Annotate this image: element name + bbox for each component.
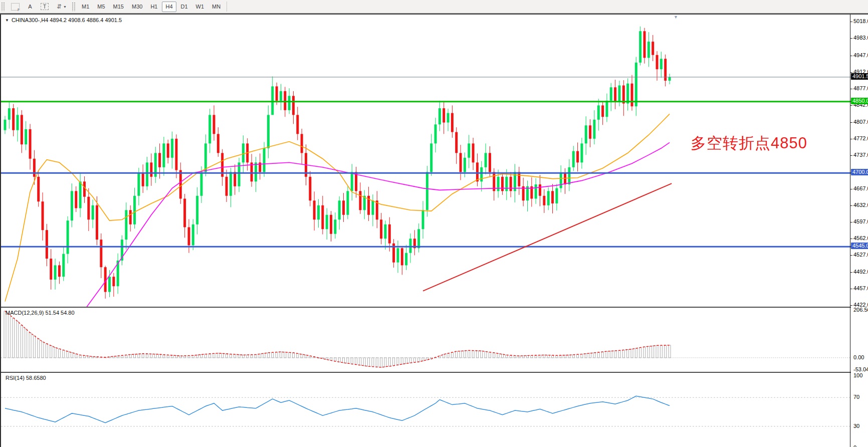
price-tick-mark	[850, 255, 852, 256]
price-tick-label: 4632.0	[853, 202, 868, 208]
toolbar: F A T ⇵ ▼ M1M5M15M30H1H4D1W1MN	[0, 0, 868, 14]
price-tick-label: 4947.0	[853, 52, 868, 58]
candles	[4, 27, 671, 299]
price-tick-mark	[850, 105, 852, 106]
timeframe-button-M1[interactable]: M1	[78, 2, 93, 12]
rsi-line	[5, 396, 670, 422]
timeframe-buttons: M1M5M15M30H1H4D1W1MN	[78, 2, 225, 12]
cursor-arrows-icon: ⇵	[57, 3, 62, 10]
price-tick-label: 4457.0	[853, 285, 868, 291]
timeframe-button-H1[interactable]: H1	[147, 2, 161, 12]
timeframe-button-M30[interactable]: M30	[128, 2, 146, 12]
price-tick-mark	[850, 189, 852, 189]
timeframe-button-MN[interactable]: MN	[208, 2, 224, 12]
text-box-button[interactable]: T	[37, 2, 52, 12]
chart-plot-area[interactable]: ▼ CHINA300-,H4 4894.2 4908.6 4886.4 4901…	[0, 15, 850, 447]
toolbar-separator	[227, 2, 227, 12]
rsi-axis-label: 100	[853, 372, 862, 378]
chart-title-caret-icon: ▼	[5, 18, 9, 23]
price-tick-label: 4877.0	[853, 85, 868, 91]
arrow-objects-button[interactable]: ⇵ ▼	[53, 2, 70, 12]
rsi-axis-label: 0	[853, 444, 856, 447]
price-tick-mark	[850, 155, 852, 156]
macd-histogram	[4, 311, 671, 367]
chevron-down-icon: ▼	[63, 5, 67, 9]
price-tick-mark	[850, 305, 852, 306]
price-badge-4545.0: 4545.0	[851, 243, 868, 249]
price-tick-label: 4772.0	[853, 135, 868, 141]
timeframe-button-D1[interactable]: D1	[177, 2, 191, 12]
timeframe-button-W1[interactable]: W1	[192, 2, 208, 12]
price-badge-4901.5: 4901.5	[851, 73, 868, 80]
macd-axis-label: -53.04	[853, 366, 868, 372]
macd-signal-line	[5, 311, 670, 367]
price-tick-label: 5018.0	[853, 18, 868, 24]
price-tick-mark	[850, 72, 852, 73]
price-tick-label: 4562.0	[853, 235, 868, 241]
main-price-chart[interactable]	[1, 15, 851, 307]
rsi-label: RSI(14) 58.6580	[6, 375, 46, 381]
price-tick-mark	[850, 22, 852, 22]
macd-axis-label: 206.56	[853, 307, 868, 313]
macd-label: MACD(12,26,9) 51.54 54.80	[6, 310, 75, 316]
macd-indicator-panel[interactable]	[1, 308, 851, 372]
price-tick-label: 4492.0	[853, 269, 868, 275]
price-tick-mark	[850, 239, 852, 239]
price-tick-mark	[850, 56, 852, 56]
chart-title-text: CHINA300-,H4 4894.2 4908.6 4886.4 4901.5	[12, 17, 122, 23]
macd-axis-label: 0.00	[853, 354, 864, 360]
chart-title: ▼ CHINA300-,H4 4894.2 4908.6 4886.4 4901…	[5, 17, 122, 23]
price-tick-mark	[850, 272, 852, 273]
text-label-button[interactable]: A	[24, 2, 36, 12]
price-axis[interactable]: 5018.04983.04947.04912.04877.04842.04807…	[850, 15, 868, 447]
rsi-indicator-panel[interactable]	[1, 373, 851, 447]
price-tick-mark	[850, 289, 852, 289]
price-tick-label: 4737.0	[853, 152, 868, 158]
price-tick-label: 4597.0	[853, 218, 868, 225]
price-tick-mark	[850, 139, 852, 139]
price-tick-mark	[850, 89, 852, 89]
price-tick-mark	[850, 222, 852, 222]
dotted-grid-icon: F	[11, 3, 20, 11]
boxed-t-icon: T	[41, 3, 49, 10]
scroll-to-end-marker[interactable]: ▼	[674, 15, 678, 20]
letter-a-icon: A	[28, 4, 32, 10]
price-tick-label: 4807.0	[853, 119, 868, 125]
rsi-axis-label: 70	[853, 394, 859, 400]
toolbar-grip[interactable]	[1, 2, 6, 11]
price-tick-mark	[850, 38, 852, 39]
annotation-text[interactable]: 多空转折点4850	[691, 133, 807, 154]
timeframe-button-M5[interactable]: M5	[94, 2, 108, 12]
toolbar-grip-2[interactable]	[72, 2, 76, 11]
timeframe-button-M15[interactable]: M15	[110, 2, 127, 12]
mt4-window: F A T ⇵ ▼ M1M5M15M30H1H4D1W1MN ▼ CHINA30…	[0, 0, 868, 447]
price-tick-label: 4667.0	[853, 185, 868, 191]
price-tick-label: 4983.0	[853, 35, 868, 41]
price-badge-4850.0: 4850.0	[851, 98, 868, 104]
price-tick-label: 4527.0	[853, 252, 868, 258]
rsi-axis-label: 30	[853, 423, 859, 429]
price-tick-mark	[850, 205, 852, 206]
template-grid-button[interactable]: F	[8, 2, 23, 12]
timeframe-button-H4[interactable]: H4	[162, 2, 176, 12]
price-badge-4700.0: 4700.0	[851, 169, 868, 175]
price-tick-mark	[850, 122, 852, 123]
chart-window: ▼ CHINA300-,H4 4894.2 4908.6 4886.4 4901…	[0, 14, 868, 447]
